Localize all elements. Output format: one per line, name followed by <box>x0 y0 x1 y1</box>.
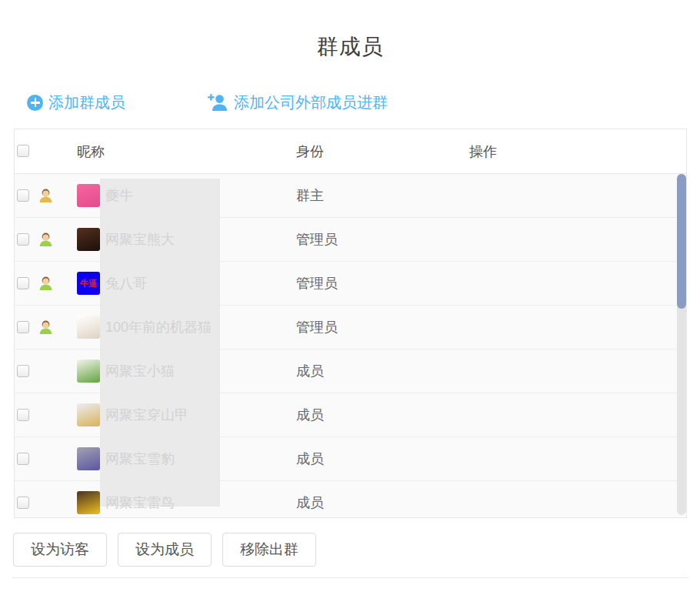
avatar-orangutan-photo <box>77 228 100 251</box>
table-header-row: 昵称 身份 操作 <box>15 129 686 174</box>
member-nickname: 100年前的机器猫 <box>105 318 212 336</box>
scrollbar-thumb[interactable] <box>677 174 686 309</box>
member-role: 管理员 <box>296 274 338 293</box>
avatar-purple-jersey-player <box>77 447 100 470</box>
column-header-operation: 操作 <box>469 142 497 161</box>
avatar-pangolin-cartoon <box>77 403 100 426</box>
row-checkbox[interactable] <box>17 365 29 377</box>
row-checkbox[interactable] <box>17 189 29 202</box>
role-person-icon-admin <box>38 319 54 336</box>
row-checkbox[interactable] <box>17 233 29 246</box>
group-members-dialog: 群成员 添加群成员 添加公司外部成员进群 昵称 身份 操作 <box>0 0 700 612</box>
select-all-checkbox[interactable] <box>17 145 29 157</box>
remove-from-group-button[interactable]: 移除出群 <box>222 533 316 567</box>
avatar-pink-cartoon-portrait <box>77 184 100 207</box>
member-role: 管理员 <box>296 318 338 336</box>
member-nickname: 网聚宝熊大 <box>105 230 175 249</box>
member-role: 群主 <box>296 186 324 205</box>
row-checkbox[interactable] <box>17 277 29 289</box>
member-nickname: 网聚宝雪豹 <box>105 450 175 468</box>
column-header-nickname: 昵称 <box>77 142 105 161</box>
avatar-blue-calligraphy: 牛逼 <box>77 272 100 295</box>
row-checkbox[interactable] <box>17 321 29 333</box>
member-nickname: 网聚宝小猫 <box>105 362 175 380</box>
member-nickname: 兔八哥 <box>105 274 147 293</box>
member-role: 成员 <box>296 362 324 380</box>
member-role: 成员 <box>296 450 324 468</box>
add-external-member-link[interactable]: 添加公司外部成员进群 <box>207 92 388 113</box>
avatar-white-dog-on-grass <box>77 360 100 383</box>
add-member-link[interactable]: 添加群成员 <box>27 92 125 113</box>
table-body: 夔牛 群主 网聚宝熊大 管理员 牛逼 兔八哥 管理员 <box>15 174 686 517</box>
role-person-icon-owner <box>38 188 54 204</box>
add-member-label: 添加群成员 <box>48 92 125 113</box>
scrollbar-track[interactable] <box>677 174 686 515</box>
plus-circle-icon <box>27 95 43 111</box>
set-visitor-button[interactable]: 设为访客 <box>13 533 107 567</box>
members-table: 昵称 身份 操作 夔牛 群主 网聚宝熊大 管理员 <box>14 129 687 518</box>
bottom-divider <box>12 577 688 578</box>
member-role: 成员 <box>296 406 324 424</box>
add-external-label: 添加公司外部成员进群 <box>234 92 388 113</box>
set-member-button[interactable]: 设为成员 <box>118 533 212 567</box>
role-person-icon-admin <box>38 276 54 292</box>
avatar-unicorn-cartoon <box>77 316 100 339</box>
member-nickname: 网聚宝雷鸟 <box>105 493 175 512</box>
page-title: 群成员 <box>0 32 700 62</box>
person-add-icon <box>207 93 228 112</box>
member-role: 成员 <box>296 493 324 512</box>
avatar-yellow-jersey-player <box>77 491 100 514</box>
row-checkbox[interactable] <box>17 453 29 465</box>
row-checkbox[interactable] <box>17 409 29 421</box>
footer-actions: 设为访客 设为成员 移除出群 <box>13 533 316 567</box>
column-header-role: 身份 <box>296 142 324 161</box>
role-person-icon-admin <box>38 232 54 248</box>
member-role: 管理员 <box>296 230 338 249</box>
row-checkbox[interactable] <box>17 497 29 509</box>
member-nickname: 网聚宝穿山甲 <box>105 406 188 424</box>
member-nickname: 夔牛 <box>105 186 133 205</box>
